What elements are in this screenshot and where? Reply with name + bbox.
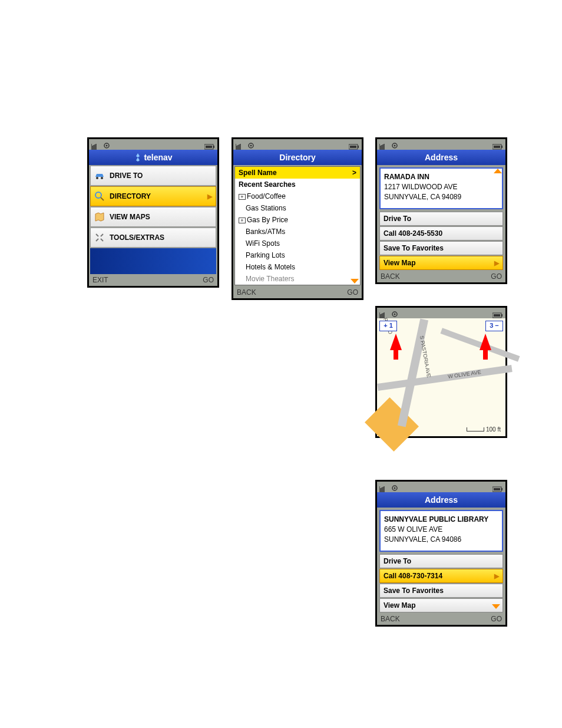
- svg-point-9: [250, 145, 252, 147]
- softkey-right[interactable]: GO: [203, 276, 214, 284]
- address-line1: 1217 WILDWOOD AVE: [384, 182, 498, 192]
- svg-rect-27: [494, 488, 500, 490]
- softkey-right[interactable]: GO: [491, 615, 502, 623]
- cat-parking[interactable]: Parking Lots: [235, 249, 360, 261]
- action-call[interactable]: Call 408-730-7314▶: [379, 569, 503, 583]
- phone-address-library: Address SUNNYVALE PUBLIC LIBRARY 665 W O…: [375, 480, 507, 627]
- softkey-bar: BACK GO: [377, 271, 505, 282]
- phone-map: S PASTORIA AVE W OLIVE AVE RINCO + 1 3 −…: [375, 306, 507, 438]
- cat-food[interactable]: +Food/Coffee: [235, 190, 360, 202]
- menu-directory[interactable]: DIRECTORY ▶: [90, 186, 216, 206]
- menu-drive-to[interactable]: DRIVE TO: [90, 166, 216, 186]
- place-name: SUNNYVALE PUBLIC LIBRARY: [384, 515, 498, 525]
- status-bar: [377, 139, 505, 150]
- battery-icon: [492, 484, 503, 490]
- action-save-fav[interactable]: Save To Favorites: [379, 584, 503, 598]
- scroll-down-icon[interactable]: [351, 279, 359, 284]
- zoom-in-button[interactable]: + 1: [379, 321, 397, 331]
- svg-rect-21: [501, 314, 503, 317]
- address-line2: SUNNYVALE, CA 94086: [384, 535, 498, 545]
- action-view-map[interactable]: View Map▶: [379, 256, 503, 270]
- softkey-bar: BACK GO: [377, 613, 505, 625]
- scroll-up-icon[interactable]: [494, 169, 502, 173]
- softkey-left[interactable]: BACK: [237, 288, 256, 297]
- gear-icon: [391, 483, 398, 490]
- svg-point-24: [394, 487, 396, 489]
- banner: [90, 248, 216, 274]
- signal-icon: [379, 310, 388, 316]
- cat-gas[interactable]: Gas Stations: [235, 202, 360, 214]
- cat-gas-price[interactable]: +Gas By Price: [235, 214, 360, 226]
- phone-address-ramada: Address RAMADA INN 1217 WILDWOOD AVE SUN…: [375, 137, 507, 284]
- svg-point-6: [101, 177, 103, 179]
- status-bar: [377, 308, 505, 318]
- place-name: RAMADA INN: [384, 172, 498, 182]
- action-drive-to[interactable]: Drive To: [379, 212, 503, 226]
- expand-icon: +: [239, 218, 246, 223]
- spell-name-row[interactable]: Spell Name>: [235, 167, 360, 179]
- map-canvas[interactable]: S PASTORIA AVE W OLIVE AVE RINCO + 1 3 −…: [377, 318, 505, 436]
- svg-point-14: [394, 145, 396, 147]
- cat-movies[interactable]: Movie Theaters: [235, 273, 360, 285]
- signal-icon: [236, 141, 244, 147]
- gear-icon: [247, 141, 254, 148]
- softkey-right[interactable]: GO: [347, 288, 358, 297]
- chevron-right-icon: ▶: [494, 259, 499, 267]
- svg-point-19: [394, 314, 396, 315]
- svg-rect-4: [206, 146, 212, 148]
- svg-point-1: [106, 145, 108, 147]
- signal-icon: [379, 141, 388, 147]
- svg-rect-16: [501, 146, 503, 148]
- svg-rect-11: [358, 146, 359, 148]
- signal-icon: [379, 484, 388, 490]
- action-view-map[interactable]: View Map: [379, 598, 503, 612]
- gear-icon: [103, 141, 110, 148]
- action-save-fav[interactable]: Save To Favorites: [379, 241, 503, 255]
- scroll-down-icon: [492, 604, 500, 609]
- chevron-right-icon: ▶: [494, 572, 499, 580]
- title-bar: Directory: [233, 150, 362, 165]
- svg-point-5: [96, 177, 98, 179]
- signal-icon: [91, 141, 100, 147]
- address-line2: SUNNYVALE, CA 94089: [384, 192, 498, 202]
- gear-icon: [391, 309, 398, 317]
- car-icon: [94, 170, 105, 181]
- action-drive-to[interactable]: Drive To: [379, 554, 503, 568]
- search-icon: [94, 191, 105, 202]
- address-line1: 665 W OLIVE AVE: [384, 525, 498, 535]
- action-call[interactable]: Call 408-245-5530: [379, 226, 503, 241]
- cat-hotels[interactable]: Hotels & Motels: [235, 261, 360, 273]
- softkey-bar: BACK GO: [233, 286, 362, 298]
- category-list: Spell Name> Recent Searches +Food/Coffee…: [234, 166, 361, 285]
- cat-wifi[interactable]: WiFi Spots: [235, 238, 360, 249]
- map-icon: [94, 212, 105, 222]
- softkey-left[interactable]: BACK: [381, 272, 400, 281]
- battery-icon: [349, 141, 359, 147]
- cat-banks[interactable]: Banks/ATMs: [235, 226, 360, 238]
- chevron-right-icon: ▶: [207, 193, 212, 200]
- svg-rect-22: [494, 314, 500, 317]
- battery-icon: [492, 310, 503, 316]
- svg-rect-3: [213, 146, 214, 148]
- arrow-indicator-left: [390, 334, 402, 350]
- gear-icon: [391, 141, 398, 148]
- recent-searches-row[interactable]: Recent Searches: [235, 179, 360, 190]
- svg-point-7: [95, 192, 101, 198]
- zoom-out-button[interactable]: 3 −: [485, 321, 503, 331]
- expand-icon: +: [239, 194, 246, 200]
- arrow-indicator-right: [480, 334, 491, 350]
- menu-tools-extras[interactable]: TOOLS/EXTRAS: [90, 228, 216, 248]
- title-bar: telenav: [89, 150, 217, 165]
- logo-text: telenav: [144, 150, 172, 165]
- battery-icon: [204, 141, 215, 147]
- title-bar: Address: [377, 492, 505, 508]
- phone-main-menu: telenav DRIVE TO DIRECTORY ▶ VIEW MAPS T…: [87, 137, 219, 288]
- battery-icon: [492, 141, 503, 147]
- softkey-left[interactable]: EXIT: [92, 276, 108, 284]
- softkey-left[interactable]: BACK: [381, 615, 400, 623]
- menu-view-maps[interactable]: VIEW MAPS: [90, 207, 216, 227]
- softkey-bar: EXIT GO: [89, 274, 217, 286]
- address-card: SUNNYVALE PUBLIC LIBRARY 665 W OLIVE AVE…: [379, 510, 503, 552]
- softkey-right[interactable]: GO: [491, 272, 502, 281]
- svg-rect-26: [501, 488, 503, 490]
